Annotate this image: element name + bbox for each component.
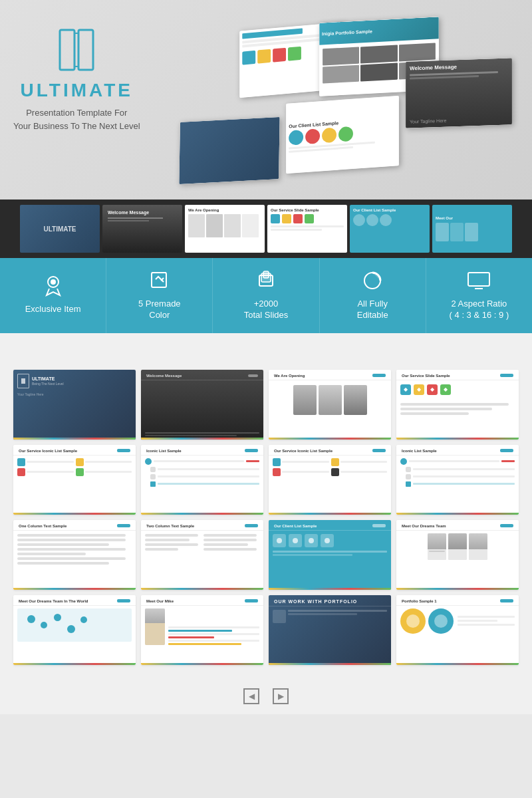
gallery-section: ULTIMATE Being The Next Level Your Tagli… bbox=[0, 350, 532, 678]
gallery-item-16: Portfolio Sample 1 bbox=[396, 595, 519, 665]
strip-slide-2: Welcome Message bbox=[102, 205, 182, 253]
aspect-label: 2 Aspect Ratio ( 4 : 3 & 16 : 9 ) bbox=[450, 299, 509, 321]
strip-slide-1: ULTIMATE bbox=[20, 205, 100, 253]
slide-preview-3: Welcome Message Your Tagline Here bbox=[406, 58, 512, 128]
gallery-item-13: Meet Our Dreams Team In The World bbox=[13, 595, 136, 665]
slides-icon bbox=[255, 270, 277, 295]
aspect-icon bbox=[467, 270, 491, 295]
gallery-item-10: Two Column Text Sample bbox=[141, 520, 263, 590]
nav-arrows: ◀ ▶ bbox=[0, 678, 532, 714]
preview-strip: ULTIMATE Welcome Message We Are Opening … bbox=[0, 200, 532, 258]
gallery-item-3: We Are Opening bbox=[269, 370, 391, 440]
gallery-item-7: Our Service Iconic List Sample bbox=[269, 445, 391, 515]
gallery-item-14: Meet Our Mike bbox=[141, 595, 263, 665]
gallery-item-4: Our Service Slide Sample ◆ ◆ ◆ ◆ bbox=[396, 370, 519, 440]
gallery-item-5: Our Service Iconic List Sample bbox=[13, 445, 136, 515]
brand-logo-icon bbox=[57, 27, 96, 73]
feature-premade: 5 Premade Color bbox=[106, 258, 213, 333]
svg-point-5 bbox=[51, 279, 56, 285]
slide-preview-4: Our Client List Sample bbox=[286, 96, 399, 174]
strip-slide-6: Meet Our bbox=[432, 205, 512, 253]
prev-arrow[interactable]: ◀ bbox=[243, 688, 259, 704]
svg-rect-1 bbox=[78, 30, 93, 70]
gallery-item-8: Iconic List Sample bbox=[396, 445, 519, 515]
strip-slide-5: Our Client List Sample bbox=[350, 205, 430, 253]
feature-exclusive: Exclusive Item bbox=[0, 258, 106, 333]
gallery-item-1: ULTIMATE Being The Next Level Your Tagli… bbox=[13, 370, 136, 440]
gallery-item-11: Our Client List Sample bbox=[269, 520, 391, 590]
svg-rect-10 bbox=[263, 271, 269, 278]
premade-icon bbox=[149, 270, 170, 295]
svg-rect-6 bbox=[152, 273, 166, 287]
spacer-top bbox=[0, 333, 532, 350]
hero-section: ULTIMATE Presentation Template For Your … bbox=[0, 0, 532, 200]
slides-label: +2000 Total Slides bbox=[244, 299, 288, 321]
svg-rect-12 bbox=[468, 273, 489, 286]
gallery-item-12: Meet Our Dreams Team bbox=[396, 520, 519, 590]
brand-title: ULTIMATE bbox=[21, 80, 133, 101]
exclusive-label: Exclusive Item bbox=[25, 304, 81, 315]
premade-label: 5 Premade Color bbox=[138, 299, 181, 321]
gallery-item-9: One Column Text Sample bbox=[13, 520, 136, 590]
hero-slides-area: Inigia Portfolio Sample Welcome Message bbox=[154, 20, 519, 193]
strip-slide-4: Our Service Slide Sample bbox=[267, 205, 347, 253]
editable-label: All Fully Editable bbox=[357, 299, 388, 321]
feature-editable: All Fully Editable bbox=[320, 258, 426, 333]
exclusive-icon bbox=[43, 275, 64, 300]
feature-slides: +2000 Total Slides bbox=[213, 258, 319, 333]
slide-preview-5 bbox=[179, 117, 279, 184]
gallery-item-2: Welcome Message bbox=[141, 370, 263, 440]
brand-subtitle: Presentation Template For Your Business … bbox=[13, 106, 140, 132]
next-arrow[interactable]: ▶ bbox=[273, 688, 289, 704]
gallery-grid: ULTIMATE Being The Next Level Your Tagli… bbox=[13, 370, 519, 665]
svg-rect-0 bbox=[60, 30, 74, 70]
feature-aspect: 2 Aspect Ratio ( 4 : 3 & 16 : 9 ) bbox=[426, 258, 532, 333]
editable-icon bbox=[362, 270, 383, 295]
brand-area: ULTIMATE Presentation Template For Your … bbox=[13, 20, 140, 132]
gallery-item-15: OUR WORK WITH PORTFOLIO bbox=[269, 595, 391, 665]
features-bar: Exclusive Item 5 Premade Color +2000 Tot… bbox=[0, 258, 532, 333]
gallery-item-6: Iconic List Sample bbox=[141, 445, 263, 515]
strip-slide-3: We Are Opening bbox=[185, 205, 265, 253]
